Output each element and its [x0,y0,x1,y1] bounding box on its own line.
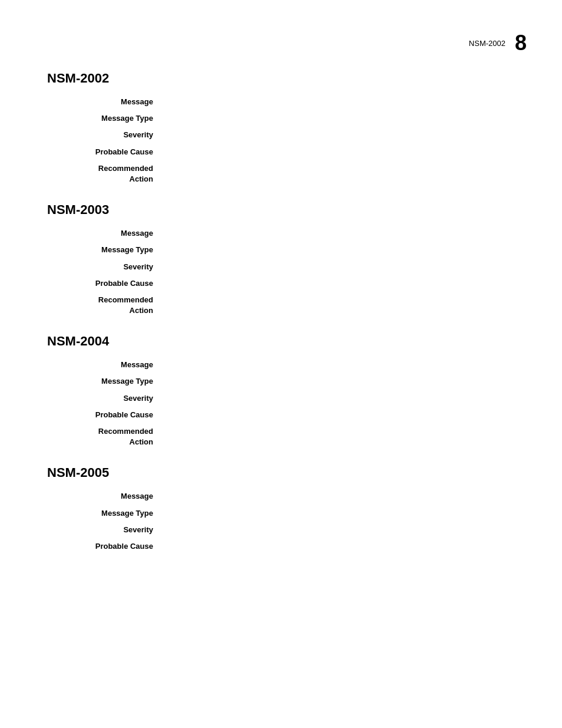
field-label-nsm-2004-3: Probable Cause [47,410,165,420]
field-label-nsm-2002-1: Message Type [47,113,165,124]
section-title-nsm-2003: NSM-2003 [47,202,527,218]
field-value-nsm-2002-4 [165,163,527,185]
field-value-nsm-2003-3 [165,278,527,289]
header-ref: NSM-2002 [469,39,505,48]
field-value-nsm-2004-2 [165,393,527,404]
section-nsm-2003: NSM-2003MessageMessage TypeSeverityProba… [47,202,527,316]
section-title-nsm-2004: NSM-2004 [47,334,527,349]
field-value-nsm-2003-2 [165,262,527,272]
field-row-nsm-2003-3: Probable Cause [47,278,527,289]
field-row-nsm-2005-1: Message Type [47,508,527,519]
field-value-nsm-2005-2 [165,525,527,535]
section-nsm-2005: NSM-2005MessageMessage TypeSeverityProba… [47,465,527,552]
field-row-nsm-2004-3: Probable Cause [47,410,527,420]
field-value-nsm-2004-0 [165,360,527,370]
field-label-nsm-2002-4: RecommendedAction [47,163,165,185]
field-label-nsm-2005-2: Severity [47,525,165,535]
field-value-nsm-2004-4 [165,426,527,447]
field-row-nsm-2004-0: Message [47,360,527,370]
field-label-nsm-2004-0: Message [47,360,165,370]
field-value-nsm-2004-1 [165,376,527,387]
field-value-nsm-2003-0 [165,228,527,239]
field-label-nsm-2002-3: Probable Cause [47,147,165,157]
field-value-nsm-2004-3 [165,410,527,420]
field-label-nsm-2003-0: Message [47,228,165,239]
field-label-nsm-2002-2: Severity [47,130,165,140]
main-content: NSM-2002MessageMessage TypeSeverityProba… [47,71,527,552]
section-title-nsm-2005: NSM-2005 [47,465,527,480]
field-row-nsm-2004-1: Message Type [47,376,527,387]
field-value-nsm-2003-1 [165,245,527,255]
field-value-nsm-2005-1 [165,508,527,519]
field-row-nsm-2003-0: Message [47,228,527,239]
page-number: 8 [515,32,527,54]
field-value-nsm-2005-0 [165,491,527,502]
field-row-nsm-2002-0: Message [47,97,527,107]
field-row-nsm-2004-4: RecommendedAction [47,426,527,447]
field-row-nsm-2002-2: Severity [47,130,527,140]
field-row-nsm-2002-1: Message Type [47,113,527,124]
field-label-nsm-2004-2: Severity [47,393,165,404]
field-row-nsm-2005-2: Severity [47,525,527,535]
field-label-nsm-2002-0: Message [47,97,165,107]
field-label-nsm-2003-4: RecommendedAction [47,295,165,316]
field-row-nsm-2003-4: RecommendedAction [47,295,527,316]
field-label-nsm-2003-3: Probable Cause [47,278,165,289]
field-row-nsm-2003-2: Severity [47,262,527,272]
field-label-nsm-2005-1: Message Type [47,508,165,519]
field-row-nsm-2004-2: Severity [47,393,527,404]
field-value-nsm-2003-4 [165,295,527,316]
field-label-nsm-2003-2: Severity [47,262,165,272]
field-value-nsm-2002-0 [165,97,527,107]
field-label-nsm-2005-3: Probable Cause [47,541,165,552]
field-row-nsm-2003-1: Message Type [47,245,527,255]
field-label-nsm-2004-1: Message Type [47,376,165,387]
field-row-nsm-2005-3: Probable Cause [47,541,527,552]
field-row-nsm-2002-4: RecommendedAction [47,163,527,185]
field-label-nsm-2003-1: Message Type [47,245,165,255]
field-value-nsm-2002-3 [165,147,527,157]
field-value-nsm-2002-1 [165,113,527,124]
field-label-nsm-2004-4: RecommendedAction [47,426,165,447]
field-row-nsm-2002-3: Probable Cause [47,147,527,157]
section-nsm-2004: NSM-2004MessageMessage TypeSeverityProba… [47,334,527,447]
field-value-nsm-2005-3 [165,541,527,552]
section-nsm-2002: NSM-2002MessageMessage TypeSeverityProba… [47,71,527,185]
field-label-nsm-2005-0: Message [47,491,165,502]
field-row-nsm-2005-0: Message [47,491,527,502]
section-title-nsm-2002: NSM-2002 [47,71,527,86]
page-header: NSM-2002 8 [469,32,527,54]
field-value-nsm-2002-2 [165,130,527,140]
